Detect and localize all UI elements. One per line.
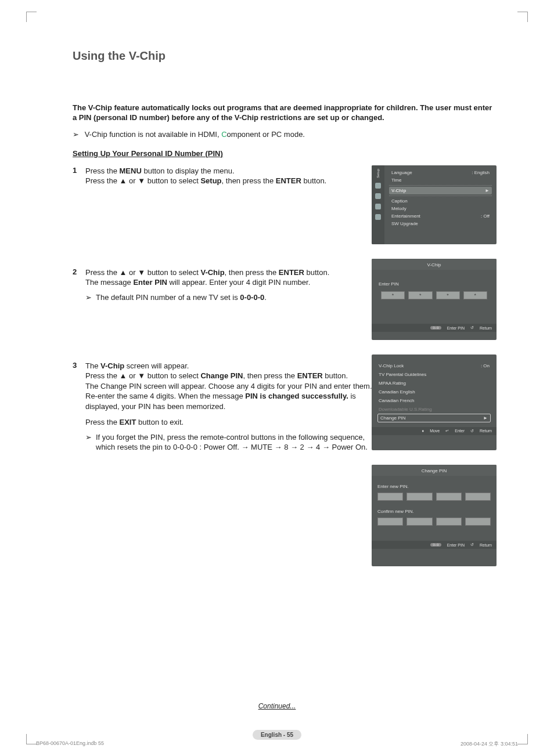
pin-boxes	[377, 518, 491, 526]
menu-row-highlight: V-Chip►	[389, 187, 492, 194]
t: 0-0-0-0	[240, 293, 264, 302]
t: Setup	[200, 176, 221, 185]
sidebar-icon	[375, 214, 381, 220]
v: : English	[472, 170, 490, 175]
screen-footer: 0~9 Enter PIN ↺ Return	[372, 541, 497, 549]
t: ENTER	[276, 176, 301, 185]
footer-text: Return	[480, 543, 492, 547]
k: V-Chip Lock	[379, 363, 404, 368]
arrow-icon: ➢	[73, 130, 79, 139]
t: Press the	[85, 167, 120, 175]
list-row: V-Chip Lock: On	[377, 361, 491, 370]
intro-note: ➢ V-Chip function is not available in HD…	[73, 130, 497, 139]
note-text-c: C	[221, 130, 226, 139]
t: Enter	[455, 429, 465, 433]
v: : On	[481, 363, 490, 368]
step-body: Press the MENU button to display the men…	[85, 166, 376, 186]
pin-digit	[465, 493, 491, 501]
label: Enter new PIN.	[377, 484, 491, 489]
t: screen will appear.	[124, 361, 189, 370]
t: Press the ▲ or ▼ button to select	[85, 268, 200, 277]
t: Change PIN	[200, 371, 243, 380]
step-number: 1	[73, 166, 85, 186]
pin-boxes	[377, 493, 491, 501]
pin-digit	[406, 518, 432, 526]
note-text-post: omponent or PC mode.	[227, 130, 305, 139]
step-number: 3	[73, 361, 85, 453]
menu-row: Caption	[389, 197, 492, 205]
list-row: Canadian English	[377, 388, 491, 396]
section-heading: Setting Up Your Personal ID Number (PIN)	[73, 149, 497, 158]
list-row-disabled: Downloadable U.S.Rating	[377, 405, 491, 414]
pin-boxes: * * * *	[379, 291, 490, 299]
intro-text: The V-Chip feature automatically locks o…	[73, 103, 497, 123]
k: Caption	[391, 198, 408, 204]
sub-note: ➢ The default PIN number of a new TV set…	[85, 292, 376, 303]
screenshot-vchip-list: V-Chip Lock: On TV Parental Guidelines M…	[372, 355, 497, 450]
screenshot-change-pin: Change PIN Enter new PIN. Confirm new PI…	[372, 465, 497, 566]
chevron-right-icon: ►	[483, 415, 488, 421]
list-row: MPAA Rating	[377, 379, 491, 388]
t: Enter PIN	[133, 278, 167, 287]
return-icon: ↺	[470, 429, 474, 433]
screenshot-enter-pin: V-Chip Enter PIN * * * * 0~9 Enter PIN ↺…	[372, 259, 497, 340]
t: button.	[301, 176, 326, 185]
move-icon: ♦	[422, 429, 425, 433]
k: Change PIN	[380, 415, 406, 421]
t: , then press the	[225, 268, 279, 277]
t: button.	[323, 371, 348, 380]
pin-area: Enter PIN * * * *	[372, 270, 497, 305]
t: Press the	[85, 418, 120, 426]
k: Time	[391, 178, 401, 183]
t: button.	[304, 268, 329, 277]
sidebar-icon	[375, 183, 381, 189]
screen-footer: 0~9 Enter PIN ↺ Return	[372, 324, 497, 332]
separator	[389, 185, 492, 186]
sub-note: ➢ If you forget the PIN, press the remot…	[85, 432, 376, 453]
pin-digit	[436, 493, 462, 501]
note-text-pre: V-Chip function is not available in HDMI…	[85, 130, 222, 139]
t: button to exit.	[136, 418, 184, 426]
keypad-hint: 0~9	[430, 326, 441, 330]
tv-screens-column: Setup Language: English Time V-Chip► Cap…	[372, 165, 497, 581]
crop-mark	[26, 12, 37, 22]
t: The message	[85, 278, 133, 287]
continued-text: Continued...	[0, 702, 554, 710]
k: V-Chip	[391, 188, 406, 193]
menu-row: Melody	[389, 205, 492, 212]
step-body: The V-Chip screen will appear. Press the…	[85, 361, 376, 453]
sidebar-label: Setup	[376, 169, 380, 178]
footer-text: Return	[480, 326, 492, 330]
k: SW Upgrade	[391, 221, 418, 226]
k: Language	[391, 170, 412, 175]
k: Canadian English	[379, 389, 415, 395]
footer-filename: BP68-00670A-01Eng.indb 55	[36, 740, 104, 746]
pin-digit	[406, 493, 432, 501]
t: ENTER	[279, 268, 304, 277]
pin-digit: *	[381, 291, 405, 299]
t: MENU	[120, 167, 142, 175]
chevron-right-icon: ►	[485, 188, 490, 193]
pin-digit	[436, 518, 462, 526]
menu-row: Entertainment: Off	[389, 212, 492, 220]
pin-digit	[465, 518, 491, 526]
t: , then press the	[222, 176, 276, 185]
k: Melody	[391, 206, 406, 211]
screen-title: V-Chip	[372, 259, 497, 270]
footer-timestamp: 2008-04-24 오후 3:04:51	[461, 740, 518, 748]
t: V-Chip	[200, 268, 224, 277]
t: button to display the menu.	[142, 167, 235, 175]
arrow-icon: ➢	[85, 292, 92, 303]
page-content: Using the V-Chip The V-Chip feature auto…	[73, 49, 497, 453]
k: Canadian French	[379, 398, 414, 403]
t: The default PIN number of a new TV set i…	[96, 293, 240, 302]
footer-text: Enter PIN	[447, 543, 465, 547]
list-area: V-Chip Lock: On TV Parental Guidelines M…	[372, 355, 497, 427]
t: .	[264, 293, 267, 302]
pin-label: Enter PIN	[379, 281, 490, 287]
sidebar-icon	[375, 193, 381, 199]
t: , then press the	[243, 371, 297, 380]
menu-row: Time	[389, 176, 492, 184]
v: : Off	[481, 214, 490, 219]
k: Downloadable U.S.Rating	[379, 407, 432, 412]
